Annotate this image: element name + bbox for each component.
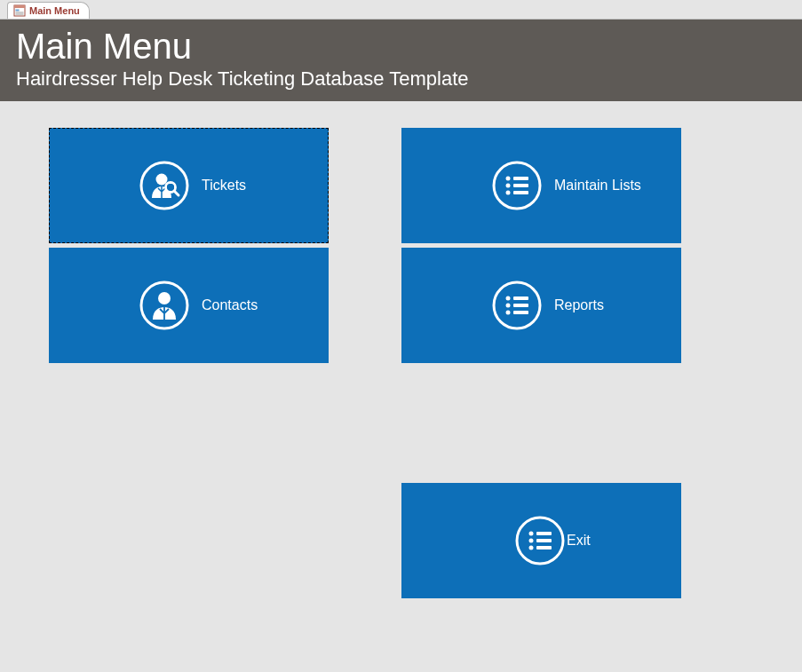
tile-label: Exit (567, 533, 591, 549)
svg-rect-30 (536, 539, 552, 542)
person-icon (139, 281, 189, 330)
svg-rect-16 (513, 184, 528, 187)
tile-label: Maintain Lists (554, 178, 641, 194)
svg-point-10 (141, 282, 187, 328)
svg-point-24 (506, 311, 511, 315)
svg-rect-1 (14, 5, 25, 8)
svg-point-20 (506, 296, 511, 301)
list-icon (492, 281, 542, 330)
tile-exit[interactable]: Exit (401, 483, 681, 598)
svg-point-22 (506, 304, 511, 308)
svg-rect-21 (513, 296, 528, 300)
header: Main Menu Hairdresser Help Desk Ticketin… (0, 20, 802, 101)
svg-point-17 (506, 191, 511, 195)
tile-label: Reports (554, 297, 604, 313)
svg-point-13 (506, 177, 511, 181)
tab-label: Main Menu (29, 5, 80, 16)
svg-rect-18 (513, 191, 528, 194)
svg-point-5 (141, 162, 187, 209)
svg-rect-23 (513, 304, 528, 307)
svg-rect-32 (536, 546, 552, 549)
svg-point-27 (529, 532, 534, 536)
page-subtitle: Hairdresser Help Desk Ticketing Database… (16, 67, 786, 91)
svg-rect-4 (16, 14, 24, 15)
form-icon (13, 4, 26, 17)
tile-contacts[interactable]: Contacts (49, 248, 329, 363)
list-icon (492, 161, 542, 210)
svg-line-9 (174, 191, 179, 195)
svg-rect-3 (16, 12, 24, 13)
svg-rect-14 (513, 177, 528, 180)
svg-point-11 (158, 292, 171, 304)
svg-rect-25 (513, 311, 528, 314)
person-search-icon (139, 161, 189, 210)
page-title: Main Menu (16, 27, 786, 66)
svg-point-15 (506, 184, 511, 188)
svg-point-31 (529, 546, 534, 550)
tile-maintain-lists[interactable]: Maintain Lists (401, 128, 681, 243)
svg-rect-28 (536, 532, 552, 535)
tab-main-menu[interactable]: Main Menu (7, 2, 90, 19)
tile-tickets[interactable]: Tickets (49, 128, 329, 243)
tab-bar: Main Menu (0, 0, 802, 20)
svg-point-6 (156, 174, 168, 186)
tile-label: Tickets (202, 178, 246, 194)
svg-rect-2 (16, 10, 20, 12)
tile-label: Contacts (202, 297, 258, 313)
svg-point-8 (167, 184, 174, 191)
svg-point-29 (529, 539, 534, 543)
tile-reports[interactable]: Reports (401, 248, 681, 363)
list-icon (515, 516, 565, 565)
